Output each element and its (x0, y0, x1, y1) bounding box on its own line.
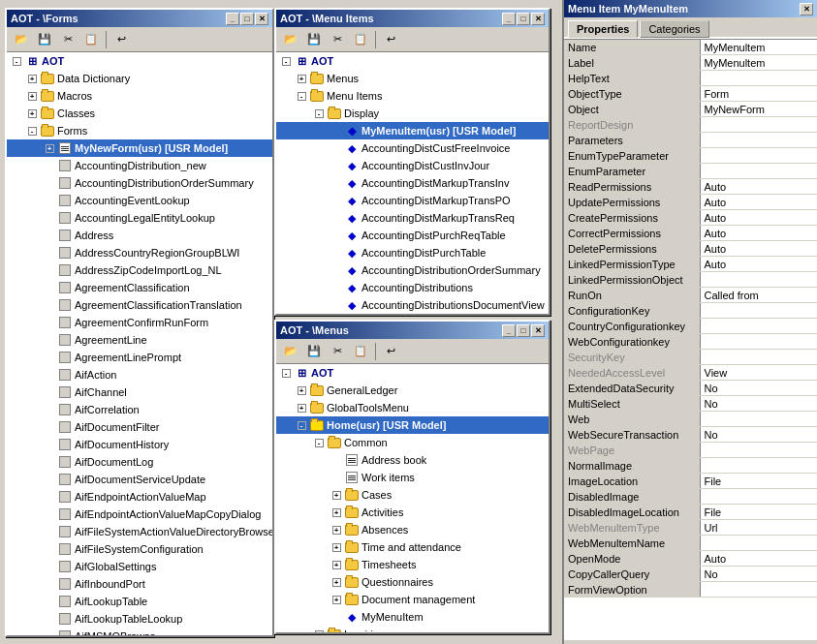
mn-activities-expander[interactable]: + (329, 505, 344, 520)
prop-value[interactable] (700, 319, 817, 334)
prop-value[interactable]: Auto (700, 179, 817, 195)
table-row[interactable]: WebMenultemTypeUrl (564, 520, 817, 536)
mi-menus-expander[interactable]: + (294, 71, 309, 86)
table-row[interactable]: EnumParameter (564, 164, 817, 179)
menuitems-tree[interactable]: - ⊞ AOT + Menus - Menu Items - Display ◆… (276, 52, 549, 314)
prop-value[interactable]: No (700, 567, 817, 582)
prop-value[interactable]: Form (700, 86, 817, 102)
list-item[interactable]: AifChannel (7, 383, 272, 401)
list-item[interactable]: ◆ AccountingDistMarkupTransReq (276, 209, 549, 227)
forms-dd-expander[interactable]: + (24, 71, 40, 86)
prop-value[interactable] (700, 350, 817, 365)
list-item[interactable]: AifInboundPort (7, 575, 272, 593)
mn-cases[interactable]: + Cases (276, 486, 549, 504)
table-row[interactable]: ImageLocationFile (564, 474, 817, 489)
list-item[interactable]: AifDocumentLog (7, 453, 272, 471)
mn-common-expander[interactable]: - (311, 435, 327, 450)
tab-properties[interactable]: Properties (568, 20, 638, 38)
mi-tb5[interactable]: ↩ (380, 30, 401, 49)
forms-maximize-btn[interactable]: □ (240, 13, 254, 25)
prop-value[interactable]: Auto (700, 195, 817, 210)
tab-categories[interactable]: Categories (640, 20, 708, 38)
mn-tb4[interactable]: 📋 (350, 342, 371, 361)
table-row[interactable]: DisabledImage (564, 489, 817, 505)
mn-aot-expander[interactable]: - (278, 365, 294, 381)
forms-tb-btn5[interactable]: ↩ (110, 30, 132, 49)
prop-value[interactable] (700, 117, 817, 133)
mi-menus[interactable]: + Menus (276, 70, 549, 87)
list-item[interactable]: AccountingEventLookup (7, 192, 272, 209)
prop-value[interactable]: File (700, 474, 817, 489)
table-row[interactable]: ExtendedDataSecurityNo (564, 381, 817, 396)
menuitems-close[interactable]: ✕ (531, 13, 545, 25)
forms-classes[interactable]: + Classes (7, 105, 272, 122)
prop-value[interactable]: Auto (700, 551, 817, 567)
prop-value[interactable]: No (700, 427, 817, 443)
table-row[interactable]: CopyCallerQueryNo (564, 567, 817, 582)
mi-display[interactable]: - Display (276, 105, 549, 122)
mn-questionnaires[interactable]: + Questionnaires (276, 573, 549, 591)
list-item[interactable]: AifEndpointActionValueMapCopyDialog (7, 506, 272, 523)
prop-value[interactable] (700, 71, 817, 86)
mn-gl-expander[interactable]: + (294, 383, 309, 398)
mn-gl[interactable]: + GeneralLedger (276, 382, 549, 399)
table-row[interactable]: CountryConfigurationkey (564, 319, 817, 334)
mn-timeattendance[interactable]: + Time and attendance (276, 538, 549, 556)
table-row[interactable]: NameMyMenultem (564, 40, 817, 55)
list-item[interactable]: AifLookupTableLookup (7, 610, 272, 628)
list-item[interactable]: ◆ AccountingDistPurchReqTable (276, 227, 549, 244)
menus-minimize[interactable]: _ (502, 324, 516, 337)
mn-common[interactable]: - Common (276, 434, 549, 451)
table-row[interactable]: RunOnCalled from (564, 288, 817, 303)
prop-value[interactable] (700, 412, 817, 427)
list-item[interactable]: AifGlobalSettings (7, 558, 272, 575)
menuitems-maximize[interactable]: □ (517, 13, 530, 25)
prop-value[interactable]: File (700, 505, 817, 520)
mn-dm-expander[interactable]: + (329, 592, 344, 607)
prop-value[interactable]: No (700, 396, 817, 412)
table-row[interactable]: WebConfigurationkey (564, 334, 817, 350)
list-item[interactable]: ◆ AccountingDistMarkupTransPO (276, 192, 549, 209)
prop-value[interactable] (700, 164, 817, 179)
mn-addrbook[interactable]: Address book (276, 451, 549, 469)
list-item[interactable]: AifAction (7, 366, 272, 383)
table-row[interactable]: Parameters (564, 133, 817, 148)
list-item[interactable]: AifFileSystemActionValueDirectoryBrowser (7, 523, 272, 540)
prop-value[interactable]: Auto (700, 257, 817, 272)
mn-docmgmt[interactable]: + Document management (276, 591, 549, 608)
list-item[interactable]: AifCorrelation (7, 401, 272, 418)
prop-value[interactable]: Url (700, 520, 817, 536)
mn-home[interactable]: - Home(usr) [USR Model] (276, 416, 549, 434)
mi-mymenuitem[interactable]: ◆ MyMenuItem(usr) [USR Model] (276, 122, 549, 139)
menuitems-minimize[interactable]: _ (502, 13, 516, 25)
table-row[interactable]: OpenModeAuto (564, 551, 817, 567)
table-row[interactable]: CreatePermissionsAuto (564, 210, 817, 226)
forms-tb-btn3[interactable]: ✂ (57, 30, 79, 49)
list-item[interactable]: AifDocumentServiceUpdate (7, 471, 272, 488)
forms-aot-root[interactable]: - ⊞ AOT (7, 52, 272, 70)
prop-value[interactable]: View (700, 365, 817, 381)
forms-close-btn[interactable]: ✕ (255, 13, 268, 25)
mn-workitems[interactable]: Work items (276, 469, 549, 486)
mn-tb1[interactable]: 📂 (280, 342, 301, 361)
table-row[interactable]: LinkedPermissionTypeAuto (564, 257, 817, 272)
prop-value[interactable]: MyNewForm (700, 102, 817, 117)
mn-q-expander[interactable]: + (329, 574, 344, 590)
menus-close[interactable]: ✕ (531, 324, 545, 337)
prop-value[interactable]: Auto (700, 210, 817, 226)
menus-tree[interactable]: - ⊞ AOT + GeneralLedger + GlobalToolsMen… (276, 364, 549, 632)
forms-macros[interactable]: + Macros (7, 87, 272, 105)
list-item[interactable]: ◆ AccountingDistributionsDocumentView (276, 296, 549, 314)
prop-value[interactable]: Auto (700, 241, 817, 257)
table-row[interactable]: ReportDesign (564, 117, 817, 133)
table-row[interactable]: FormViewOption (564, 582, 817, 598)
table-row[interactable]: Web (564, 412, 817, 427)
list-item[interactable]: AifFileSystemConfiguration (7, 540, 272, 558)
prop-value[interactable] (700, 536, 817, 551)
mn-tb3[interactable]: ✂ (327, 342, 348, 361)
list-item[interactable]: ◆ AccountingDistributions (276, 279, 549, 296)
forms-forms[interactable]: - Forms (7, 122, 272, 139)
prop-value[interactable]: MyMenultem (700, 40, 817, 55)
table-row[interactable]: ObjectTypeForm (564, 86, 817, 102)
forms-minimize-btn[interactable]: _ (226, 13, 239, 25)
